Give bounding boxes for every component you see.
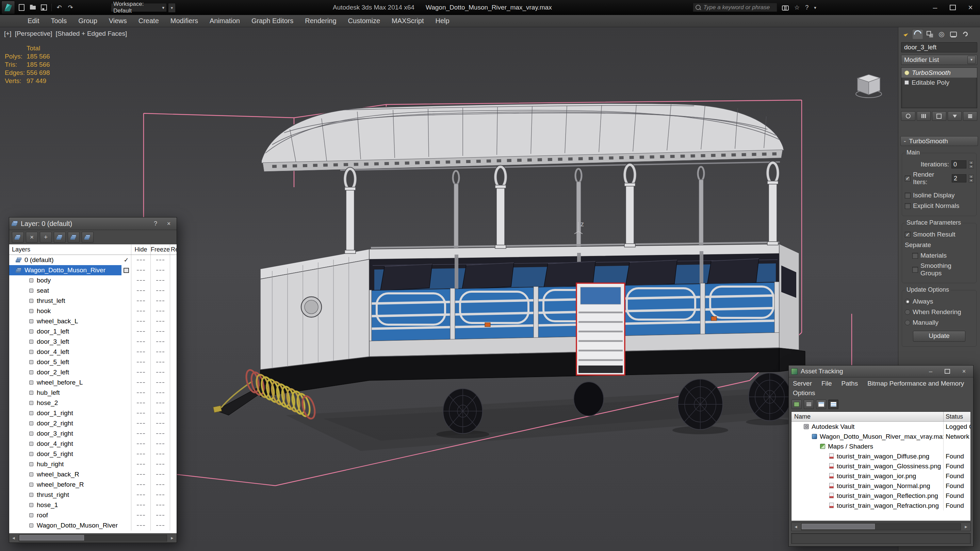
layer-row[interactable]: door_1_right: [9, 408, 177, 418]
layer-name-cell[interactable]: hose_2: [9, 398, 121, 408]
layer-window-close-button[interactable]: ×: [164, 219, 174, 228]
layer-row[interactable]: wheel_back_L: [9, 316, 177, 326]
layer-row[interactable]: door_4_left: [9, 347, 177, 357]
panel-tab[interactable]: [912, 29, 923, 39]
asset-name-cell[interactable]: Wagon_Dotto_Muson_River_max_vray.max: [791, 432, 943, 441]
smooth-result-checkbox[interactable]: [905, 232, 911, 237]
iterations-spinner[interactable]: ▴ ▾: [969, 161, 974, 169]
layer-row[interactable]: door_5_right: [9, 449, 177, 459]
column-status[interactable]: Status: [943, 412, 970, 421]
scroll-right-icon[interactable]: ►: [962, 524, 970, 529]
layer-freeze-toggle[interactable]: [150, 296, 170, 306]
layer-freeze-toggle[interactable]: [150, 388, 170, 398]
asset-name-cell[interactable]: tourist_train_wagon_Glossiness.png: [791, 461, 943, 471]
layer-name-cell[interactable]: door_2_left: [9, 367, 121, 377]
update-button[interactable]: Update: [913, 331, 966, 342]
layer-hide-toggle[interactable]: [131, 500, 150, 510]
scroll-left-icon[interactable]: ◄: [9, 536, 18, 540]
minimize-button[interactable]: –: [926, 0, 944, 15]
update-option-radio-row[interactable]: Always: [905, 298, 974, 306]
search-input[interactable]: [703, 4, 775, 11]
asset-detail-view-button[interactable]: [816, 400, 826, 409]
layer-freeze-toggle[interactable]: [150, 428, 170, 439]
layer-hide-toggle[interactable]: [131, 296, 150, 306]
layer-name-cell[interactable]: door_4_left: [9, 347, 121, 357]
create-layer-button[interactable]: [12, 232, 24, 243]
asset-row[interactable]: tourist_train_wagon_Normal.png Found: [791, 481, 970, 491]
asset-list-view-button[interactable]: [804, 400, 814, 409]
layer-freeze-toggle[interactable]: [150, 337, 170, 347]
panel-tab[interactable]: [936, 29, 947, 39]
asset-horizontal-scrollbar[interactable]: ◄ ►: [791, 522, 971, 531]
layer-name-cell[interactable]: thrust_right: [9, 490, 121, 500]
help-icon[interactable]: ?: [805, 4, 808, 11]
delete-layer-button[interactable]: ×: [26, 232, 38, 243]
asset-name-cell[interactable]: tourist_train_wagon_ior.png: [791, 471, 943, 481]
layer-row[interactable]: door_4_right: [9, 439, 177, 449]
layer-hide-toggle[interactable]: [131, 255, 150, 265]
layer-row[interactable]: door_3_left: [9, 337, 177, 347]
layer-hide-toggle[interactable]: [131, 326, 150, 337]
asset-name-cell[interactable]: tourist_train_wagon_Normal.png: [791, 481, 943, 491]
asset-maximize-button[interactable]: [940, 367, 954, 376]
layer-row[interactable]: 0 (default): [9, 255, 177, 265]
layer-row[interactable]: thrust_left: [9, 296, 177, 306]
asset-row[interactable]: Autodesk Vault Logged O: [791, 422, 970, 432]
layer-name-cell[interactable]: door_1_right: [9, 408, 121, 418]
viewport-label-segment[interactable]: [Perspective]: [15, 30, 52, 37]
layer-freeze-toggle[interactable]: [150, 316, 170, 326]
redo-button[interactable]: ↷: [66, 2, 75, 13]
close-button[interactable]: ×: [962, 0, 979, 15]
asset-row[interactable]: tourist_train_wagon_Glossiness.png Found: [791, 461, 970, 471]
panel-tab[interactable]: [960, 29, 971, 39]
smoothing-groups-checkbox[interactable]: [912, 267, 918, 272]
modifier-list-dropdown[interactable]: Modifier List ▾: [901, 55, 977, 65]
layer-name-cell[interactable]: thrust_left: [9, 296, 121, 306]
layer-hide-toggle[interactable]: [131, 408, 150, 418]
menu-item[interactable]: Animation: [204, 15, 246, 27]
asset-minimize-button[interactable]: –: [924, 367, 937, 376]
layer-hide-toggle[interactable]: [131, 418, 150, 428]
layer-freeze-toggle[interactable]: [150, 347, 170, 357]
menu-item[interactable]: Customize: [342, 15, 386, 27]
asset-name-cell[interactable]: tourist_train_wagon_Reflection.png: [791, 491, 943, 501]
layer-row[interactable]: hub_right: [9, 459, 177, 469]
layer-hide-toggle[interactable]: [131, 265, 150, 276]
remove-modifier-button[interactable]: [948, 111, 962, 121]
explicit-normals-checkbox[interactable]: [905, 203, 911, 209]
layer-name-cell[interactable]: roof: [9, 510, 121, 521]
asset-row[interactable]: Wagon_Dotto_Muson_River_max_vray.max Net…: [791, 432, 970, 441]
asset-row[interactable]: tourist_train_wagon_ior.png Found: [791, 471, 970, 481]
asset-name-cell[interactable]: Autodesk Vault: [791, 422, 943, 432]
layer-hide-toggle[interactable]: [131, 479, 150, 490]
layer-hide-toggle[interactable]: [131, 521, 150, 530]
layer-hide-toggle[interactable]: [131, 459, 150, 469]
layer-freeze-toggle[interactable]: [150, 326, 170, 337]
binoculars-icon[interactable]: [782, 5, 789, 10]
layer-row[interactable]: door_2_left: [9, 367, 177, 377]
asset-name-cell[interactable]: tourist_train_wagon_Refraction.png: [791, 501, 943, 511]
menu-item[interactable]: Help: [430, 15, 455, 27]
layer-freeze-toggle[interactable]: [150, 276, 170, 285]
spinner-down-icon[interactable]: ▾: [969, 165, 974, 169]
materials-checkbox[interactable]: [912, 253, 918, 259]
undo-button[interactable]: ↶: [54, 2, 64, 13]
radio-button[interactable]: [905, 320, 910, 325]
layer-freeze-toggle[interactable]: [150, 255, 170, 265]
layer-row[interactable]: door_3_right: [9, 428, 177, 439]
layer-freeze-toggle[interactable]: [150, 490, 170, 500]
layer-name-cell[interactable]: Wagon_Dotto_Muson_River: [9, 265, 121, 276]
column-name[interactable]: Name: [791, 413, 943, 420]
iterations-field[interactable]: 0: [951, 160, 966, 169]
menu-item[interactable]: Views: [103, 15, 133, 27]
layer-freeze-toggle[interactable]: [150, 367, 170, 377]
asset-close-button[interactable]: ×: [957, 367, 971, 376]
layer-hide-toggle[interactable]: [131, 449, 150, 459]
layer-name-cell[interactable]: wheel_before_R: [9, 479, 121, 490]
layer-name-cell[interactable]: door_5_right: [9, 449, 121, 459]
isoline-display-checkbox[interactable]: [905, 193, 911, 198]
layer-freeze-toggle[interactable]: [150, 265, 170, 276]
save-file-button[interactable]: [39, 2, 49, 13]
menu-item[interactable]: Tools: [45, 15, 73, 27]
render-iters-spinner[interactable]: ▴ ▾: [969, 175, 974, 182]
